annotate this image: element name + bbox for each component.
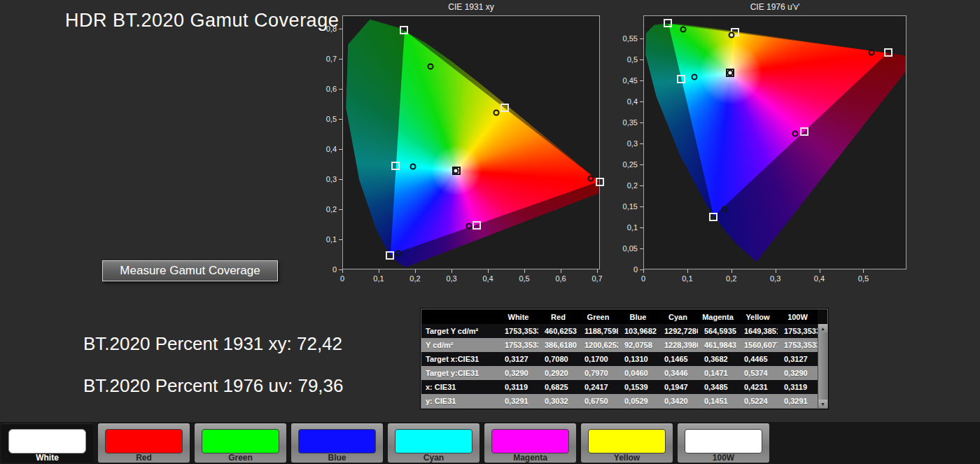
table-row: Y cd/m²1753,3533386,61801200,625292,0758…	[421, 338, 818, 352]
table-row: x: CIE310,31190,68250,24170,15390,19470,…	[421, 380, 818, 394]
x-axis-tick	[597, 269, 598, 273]
row-label: Target x:CIE31	[421, 352, 498, 366]
table-value: 1753,3533	[778, 338, 818, 352]
row-label: y: CIE31	[421, 394, 498, 408]
pattern-swatch-magenta[interactable]: Magenta	[484, 423, 576, 463]
x-axis-tick	[561, 269, 561, 273]
table-value: 1200,6252	[578, 338, 618, 352]
y-axis-tick-label: 0,35	[623, 118, 638, 127]
cie-1931-xy-chart: CIE 1931 xy 00,10,20,30,40,50,60,700,10,…	[342, 15, 600, 269]
table-value: 0,3290	[498, 366, 538, 380]
x-axis-tick	[863, 269, 864, 273]
table-value: 461,9843	[698, 338, 738, 352]
table-value: 92,0758	[618, 338, 658, 352]
swatch-label: 100W	[678, 453, 769, 463]
table-value: 0,3485	[698, 380, 738, 394]
x-axis-tick	[643, 269, 644, 273]
row-label: Y cd/m²	[421, 338, 498, 352]
column-header: Blue	[618, 309, 658, 324]
x-axis-tick	[820, 269, 820, 273]
table-corner-cell	[421, 309, 498, 324]
scroll-up-button[interactable]: ▲	[818, 324, 827, 332]
x-axis-tick-label: 0,2	[410, 274, 420, 283]
x-axis-tick	[488, 269, 489, 273]
y-axis-tick-label: 0,55	[623, 34, 638, 43]
pattern-swatch-red[interactable]: Red	[98, 423, 190, 463]
pattern-bar: WhiteRedGreenBlueCyanMagentaYellow100W ▲…	[0, 422, 980, 464]
table-value: 0,7970	[578, 366, 618, 380]
swatch-label: Yellow	[581, 453, 673, 463]
page-title: HDR BT.2020 Gamut Coverage	[65, 10, 339, 31]
table-value: 0,3682	[698, 352, 738, 366]
table-value: 1649,3851	[738, 324, 778, 338]
color-patch	[202, 429, 279, 454]
x-axis-tick-label: 0,3	[446, 274, 456, 283]
table-value: 0,5374	[738, 366, 778, 380]
y-axis-tick-label: 0,6	[326, 85, 337, 93]
table-row: Target y:CIE310,32900,29200,79700,04600,…	[421, 366, 818, 380]
x-axis-tick	[524, 269, 525, 273]
table-value: 1753,3533	[498, 338, 538, 352]
table-value: 1753,3533	[498, 324, 538, 338]
x-axis-tick	[776, 269, 776, 273]
color-patch	[588, 429, 666, 454]
table-value: 1292,7280	[658, 324, 698, 338]
y-axis-tick-label: 0,1	[326, 235, 337, 244]
x-axis-tick-label: 0,3	[770, 274, 780, 283]
table-value: 103,9682	[618, 324, 658, 338]
row-label: Target y:CIE31	[421, 366, 498, 380]
table-value: 0,3032	[538, 394, 578, 408]
color-patch	[491, 429, 569, 454]
table-value: 0,3291	[498, 394, 538, 408]
y-axis-tick-label: 0,25	[623, 160, 638, 169]
table-value: 0,3446	[658, 366, 698, 380]
column-header: 100W	[778, 309, 818, 324]
chart-title: CIE 1976 u'v'	[643, 2, 906, 12]
table-scrollbar[interactable]: ▲ ▼	[818, 324, 827, 408]
pattern-swatch-blue[interactable]: Blue	[291, 423, 383, 463]
x-axis-tick	[732, 269, 732, 273]
row-label: x: CIE31	[421, 380, 498, 394]
chart-title: CIE 1931 xy	[342, 2, 600, 12]
table-value: 0,4465	[738, 352, 778, 366]
table-value: 0,6750	[578, 394, 618, 408]
column-header: Cyan	[658, 309, 698, 324]
color-patch	[8, 429, 86, 454]
y-axis-tick-label: 0,3	[627, 139, 638, 148]
table-row: Target x:CIE310,31270,70800,17000,13100,…	[421, 352, 818, 366]
color-patch	[395, 429, 472, 454]
table-value: 0,1539	[618, 380, 658, 394]
table-value: 564,5935	[698, 324, 738, 338]
table-value: 0,3291	[778, 394, 818, 408]
scroll-down-button[interactable]: ▼	[818, 400, 827, 408]
x-axis-tick-label: 0,6	[555, 274, 566, 283]
table-value: 0,3420	[658, 394, 698, 408]
swatch-label: Blue	[291, 453, 383, 463]
table-value: 0,3119	[778, 380, 818, 394]
table-value: 0,1700	[578, 352, 618, 366]
table-value: 0,1310	[618, 352, 658, 366]
color-patch	[105, 429, 183, 454]
swatch-label: Green	[195, 453, 286, 463]
y-axis-tick-label: 0,15	[623, 202, 638, 211]
y-axis-tick-label: 0,4	[627, 97, 638, 106]
y-axis-tick-label: 0,5	[326, 115, 337, 123]
pattern-swatch-white[interactable]: White	[1, 423, 93, 463]
x-axis-tick-label: 0,5	[858, 274, 869, 283]
table-value: 0,3127	[498, 352, 538, 366]
measure-gamut-coverage-button[interactable]: Measure Gamut Coverage	[102, 260, 278, 281]
pattern-swatch-cyan[interactable]: Cyan	[388, 423, 479, 463]
chart-plot	[342, 15, 600, 269]
x-axis-tick	[451, 269, 452, 273]
pattern-swatch-green[interactable]: Green	[195, 423, 286, 463]
y-axis-tick-label: 0,45	[623, 76, 638, 85]
x-axis-tick-label: 0,1	[373, 274, 384, 283]
y-axis-tick	[339, 269, 342, 270]
pattern-swatch-yellow[interactable]: Yellow	[581, 423, 673, 463]
gamut-result-1976: BT.2020 Percent 1976 uv: 79,36	[83, 375, 344, 397]
table-value: 0,2920	[538, 366, 578, 380]
pattern-swatch-100w[interactable]: 100W	[678, 423, 769, 463]
y-axis-tick-label: 0,05	[623, 244, 638, 253]
x-axis-tick	[379, 269, 379, 273]
y-axis-tick	[640, 269, 643, 270]
